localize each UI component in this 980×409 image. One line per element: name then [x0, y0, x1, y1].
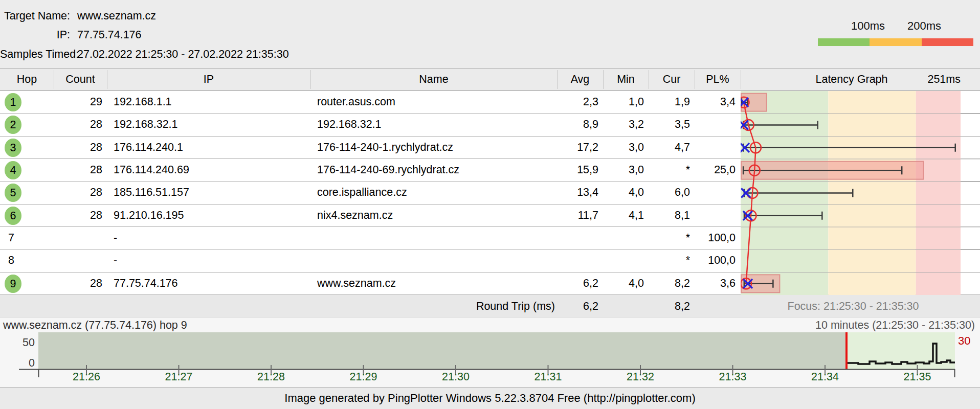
cell-ip: - [114, 227, 308, 249]
latency-graph[interactable] [741, 91, 980, 295]
cell-cur: 8,1 [649, 204, 690, 226]
x-tick-label: 21:30 [442, 371, 470, 383]
ip-value: 77.75.74.176 [77, 29, 142, 41]
focus-range-label: Focus: 21:25:30 - 21:35:30 [741, 295, 966, 317]
latency-zone-2 [916, 91, 961, 295]
hop-badge: 5 [5, 184, 21, 202]
cell-avg: 15,9 [557, 159, 598, 181]
col-divider [54, 70, 54, 89]
target-name-label: Target Name: [0, 10, 70, 22]
col-divider [741, 70, 741, 89]
cell-cur: * [649, 227, 690, 249]
samples-label: Samples Timed: [0, 48, 70, 61]
cell-pl: 100,0 [695, 227, 736, 249]
col-divider [603, 70, 604, 89]
generator-credit: Image generated by PingPlotter Windows 5… [284, 392, 695, 404]
cell-cur: 4,7 [649, 137, 690, 158]
latency-legend-bar [818, 38, 973, 46]
cell-ip: 192.168.32.1 [114, 113, 308, 135]
table-header: Hop Count IP Name Avg Min Cur PL% Latenc… [0, 69, 980, 90]
hop-badge: 6 [5, 207, 21, 225]
cell-cur: * [649, 159, 690, 181]
col-pl[interactable]: PL% [695, 69, 741, 90]
cell-pl: 3,4 [695, 91, 736, 113]
footer: Image generated by PingPlotter Windows 5… [0, 387, 980, 409]
x-tick-label: 21:32 [627, 371, 654, 383]
timeline-graph[interactable]: 21:2621:2721:2821:2921:3021:3121:3221:33… [0, 331, 980, 387]
cell-avg: 8,9 [557, 113, 598, 135]
col-divider [649, 70, 649, 89]
col-count[interactable]: Count [54, 69, 107, 90]
hop-badge: 1 [5, 93, 21, 111]
hop-badge: 9 [5, 275, 21, 293]
x-tick-label: 21:28 [257, 371, 285, 383]
cell-ip: 176.114.240.69 [114, 159, 308, 181]
ip-label: IP: [0, 29, 70, 41]
focus-divider-line [845, 332, 848, 369]
cell-avg: 11,7 [557, 204, 598, 226]
y-tick-50: 50 [23, 336, 35, 349]
cell-pl: 100,0 [695, 249, 736, 271]
cell-cur: 8,2 [649, 272, 690, 294]
hop-number: 7 [8, 227, 14, 249]
cell-ip: 192.168.1.1 [114, 91, 308, 113]
cell-count: 28 [54, 137, 102, 158]
target-name-value: www.seznam.cz [77, 10, 156, 22]
legend-segment-2 [922, 38, 973, 46]
col-avg[interactable]: Avg [557, 69, 603, 90]
col-hop[interactable]: Hop [0, 69, 54, 90]
pingplotter-report: Target Name: www.seznam.cz IP: 77.75.74.… [0, 0, 980, 409]
legend-segment-1 [870, 38, 921, 46]
cell-name: 176-114-240-1.rychlydrat.cz [317, 137, 555, 158]
legend-200ms-label: 200ms [894, 19, 955, 33]
cell-cur: * [649, 249, 690, 271]
cell-pl: 25,0 [695, 159, 736, 181]
col-divider [310, 70, 311, 89]
y-tick-0: 0 [29, 357, 35, 369]
cell-avg: 13,4 [557, 181, 598, 203]
legend-100ms-label: 100ms [837, 19, 899, 33]
timeline-section: www.seznam.cz (77.75.74.176) hop 9 10 mi… [0, 318, 980, 387]
hop-badge: 3 [5, 139, 21, 157]
cell-ip: 176.114.240.1 [114, 137, 308, 158]
latency-scale-max: 251ms [868, 69, 961, 90]
col-ip[interactable]: IP [107, 69, 310, 90]
round-trip-avg: 6,2 [557, 295, 598, 317]
cell-cur: 3,5 [649, 113, 690, 135]
report-header: Target Name: www.seznam.cz IP: 77.75.74.… [0, 0, 980, 68]
cell-name: 176-114-240-69.rychlydrat.cz [317, 159, 555, 181]
cell-min: 1,0 [603, 91, 644, 113]
cell-name: core.ispalliance.cz [317, 181, 555, 203]
cell-pl: 3,6 [695, 272, 736, 294]
cell-name: router.asus.com [317, 91, 555, 113]
legend-segment-0 [818, 38, 870, 46]
latency-legend-labels: 100ms 200ms [818, 19, 973, 34]
col-divider [557, 70, 558, 89]
x-tick-label: 21:29 [350, 371, 377, 383]
cell-ip: 91.210.16.195 [114, 204, 308, 226]
timeline-title: www.seznam.cz (77.75.74.176) hop 9 [3, 319, 187, 332]
cell-ip: 77.75.74.176 [114, 272, 308, 294]
hop-number: 8 [8, 249, 14, 271]
hop-badge: 2 [5, 116, 21, 134]
col-cur[interactable]: Cur [649, 69, 695, 90]
round-trip-row: Round Trip (ms) 6,2 8,2 Focus: 21:25:30 … [0, 295, 980, 317]
x-tick-label: 21:27 [165, 371, 193, 383]
cell-name: 192.168.32.1 [317, 113, 555, 135]
cell-count: 28 [54, 272, 102, 294]
cell-min: 4,0 [603, 272, 644, 294]
cell-min: 3,2 [603, 113, 644, 135]
x-tick-label: 21:33 [719, 371, 747, 383]
round-trip-cur: 8,2 [649, 295, 690, 317]
cell-name: www.seznam.cz [317, 272, 555, 294]
col-min[interactable]: Min [603, 69, 649, 90]
cell-min: 3,0 [603, 137, 644, 158]
cell-avg: 17,2 [557, 137, 598, 158]
cell-min: 4,0 [603, 181, 644, 203]
samples-value: 27.02.2022 21:25:30 - 27.02.2022 21:35:3… [77, 48, 289, 61]
col-name[interactable]: Name [310, 69, 557, 90]
focus-scale-label: 30 [958, 334, 970, 347]
cell-avg: 2,3 [557, 91, 598, 113]
cell-ip: - [114, 249, 308, 271]
cell-name: nix4.seznam.cz [317, 204, 555, 226]
